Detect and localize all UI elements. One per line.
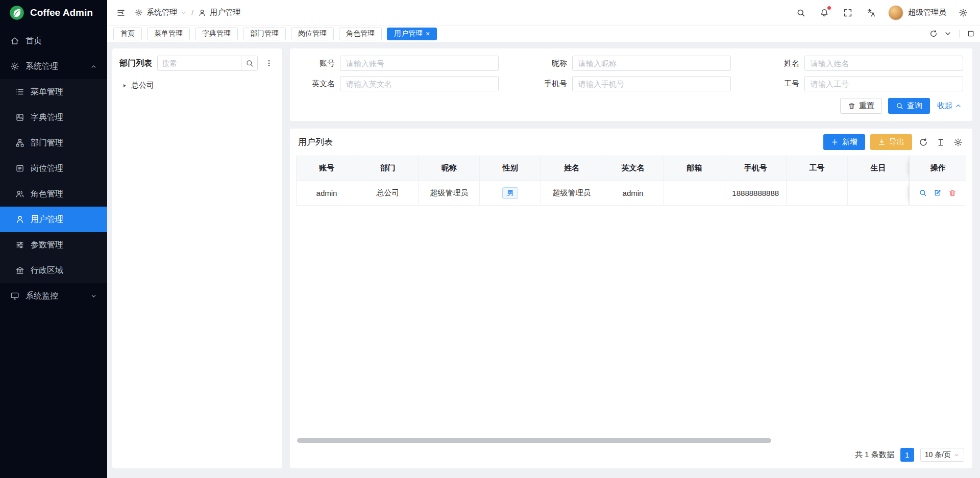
cell-account: admin [296,181,357,206]
language-button[interactable] [865,6,878,19]
tab-role-mgmt[interactable]: 角色管理 [339,28,382,40]
page-content: 部门列表 总公司 [107,42,980,478]
search-form-card: 账号 昵称 姓名 英文名 [290,48,972,121]
sidebar-item-role-mgmt[interactable]: 角色管理 [0,181,107,207]
column-header[interactable]: 英文名 [602,156,664,181]
notifications-button[interactable] [818,6,831,19]
sidebar-item-dict-mgmt[interactable]: 字典管理 [0,105,107,130]
scrollbar-thumb[interactable] [297,438,771,443]
field-label: 姓名 [762,59,804,68]
delete-row-button[interactable] [948,189,957,197]
cell-english-name: admin [602,181,664,206]
system-submenu: 菜单管理 字典管理 部门管理 岗位管理 角色管理 [0,79,107,283]
sidebar-item-label: 字典管理 [31,112,63,123]
global-search-button[interactable] [794,6,807,19]
column-header[interactable]: 性别 [480,156,541,181]
sidebar-item-menu-mgmt[interactable]: 菜单管理 [0,79,107,105]
row-height-button[interactable] [935,136,947,148]
menu-list-icon [15,87,24,96]
form-item-job-no: 工号 [762,76,963,91]
account-input[interactable] [340,56,499,71]
cell-actions [909,181,966,206]
user-menu[interactable]: 超级管理员 [888,5,946,20]
sidebar-item-param-mgmt[interactable]: 参数管理 [0,232,107,258]
collapse-sidebar-button[interactable] [114,6,128,19]
table-title: 用户列表 [298,136,333,148]
department-search-button[interactable] [241,56,257,70]
form-item-nickname: 昵称 [529,56,731,71]
settings-button[interactable] [957,6,970,19]
column-header[interactable]: 部门 [357,156,419,181]
column-header[interactable]: 生日 [848,156,909,181]
total-count: 共 1 条数据 [855,450,894,460]
column-header[interactable]: 昵称 [419,156,480,181]
horizontal-scrollbar [297,438,965,443]
maximize-content-button[interactable] [965,28,977,40]
sidebar-item-label: 行政区域 [31,265,63,276]
tree-node-company[interactable]: 总公司 [119,78,275,93]
page-size-select[interactable]: 10 条/页 [920,448,964,462]
sidebar-item-user-mgmt[interactable]: 用户管理 [0,207,107,232]
fullscreen-button[interactable] [841,6,854,19]
page-1-button[interactable]: 1 [900,448,914,462]
department-search-input[interactable] [158,56,241,70]
export-button[interactable]: 导出 [870,134,912,150]
name-input[interactable] [804,56,963,71]
sidebar-item-dept-mgmt[interactable]: 部门管理 [0,130,107,156]
field-label: 工号 [762,79,804,89]
sidebar-group-system[interactable]: 系统管理 [0,54,107,79]
reset-button[interactable]: 重置 [840,98,882,114]
collapse-form-button[interactable]: 收起 [936,98,963,114]
refresh-table-button[interactable] [917,136,929,148]
tab-dept-mgmt[interactable]: 部门管理 [243,28,286,40]
department-more-button[interactable] [263,57,275,69]
app-logo[interactable]: Coffee Admin [0,0,107,25]
sidebar-group-monitor[interactable]: 系统监控 [0,283,107,309]
phone-input[interactable] [572,76,731,91]
tab-dict-mgmt[interactable]: 字典管理 [195,28,238,40]
nickname-input[interactable] [572,56,731,71]
tab-list-dropdown-button[interactable] [942,28,954,40]
tab-label: 角色管理 [346,29,375,38]
tab-home[interactable]: 首页 [113,28,142,40]
tab-menu-mgmt[interactable]: 菜单管理 [147,28,190,40]
user-avatar [888,5,903,20]
job-no-input[interactable] [804,76,963,91]
field-label: 手机号 [529,79,572,89]
row-height-icon [936,138,945,147]
english-name-input[interactable] [340,76,499,91]
close-icon[interactable]: × [426,30,430,37]
column-header[interactable]: 工号 [787,156,848,181]
row-actions [919,189,957,197]
tab-user-mgmt[interactable]: 用户管理 × [387,28,437,40]
edit-row-button[interactable] [934,189,942,197]
gear-icon [135,9,143,17]
column-header[interactable]: 账号 [296,156,357,181]
query-button[interactable]: 查询 [888,98,930,114]
tab-label: 首页 [120,29,135,38]
sidebar-item-home[interactable]: 首页 [0,28,107,54]
chevron-down-icon [953,452,960,458]
maximize-icon [967,30,975,38]
sliders-icon [15,240,24,249]
column-settings-button[interactable] [952,136,964,148]
column-header[interactable]: 手机号 [725,156,787,181]
sidebar-item-region[interactable]: 行政区域 [0,258,107,283]
breadcrumb-item-system[interactable]: 系统管理 [146,8,177,17]
view-row-button[interactable] [919,189,927,197]
column-header[interactable]: 姓名 [541,156,602,181]
cell-nickname: 超级管理员 [419,181,480,206]
table-toolbar: 新增 导出 [823,134,964,150]
tab-post-mgmt[interactable]: 岗位管理 [291,28,334,40]
add-user-button[interactable]: 新增 [823,134,865,150]
page-size-value: 10 条/页 [925,450,951,460]
sidebar-item-label: 角色管理 [31,189,63,199]
sidebar-item-post-mgmt[interactable]: 岗位管理 [0,156,107,181]
column-header[interactable]: 邮箱 [664,156,725,181]
menu-fold-icon [116,8,126,17]
bank-icon [15,266,24,275]
cell-dept: 总公司 [357,181,419,206]
refresh-page-button[interactable] [927,28,940,40]
user-icon [198,9,206,17]
edit-icon [934,189,942,197]
